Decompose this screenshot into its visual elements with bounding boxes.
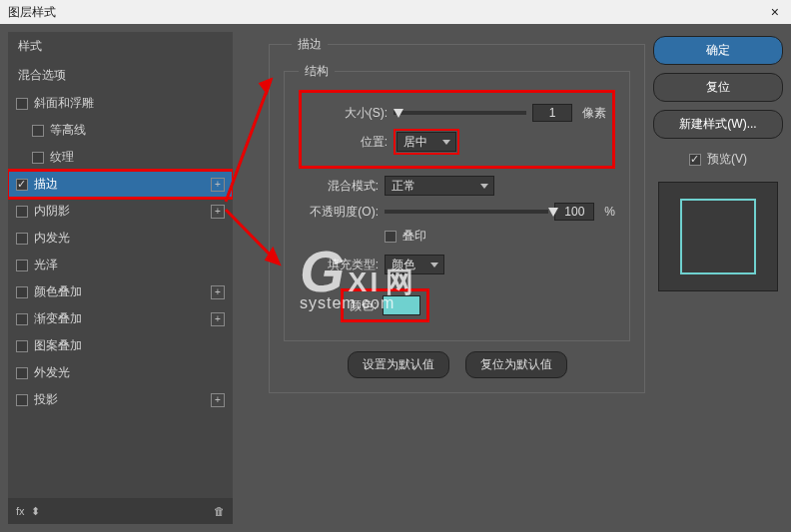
style-label: 等高线	[50, 122, 86, 139]
fill-type-select[interactable]: 颜色	[385, 255, 444, 274]
style-label: 颜色叠加	[34, 283, 82, 300]
highlight-structure: 大小(S): 像素 位置: 居中	[299, 90, 615, 169]
style-label: 图案叠加	[34, 337, 82, 354]
add-icon[interactable]: +	[211, 393, 225, 407]
chevron-up-down-icon[interactable]: ⬍	[31, 505, 40, 518]
style-texture[interactable]: 纹理	[8, 144, 233, 171]
opacity-slider[interactable]	[385, 210, 548, 214]
cancel-button[interactable]: 复位	[653, 73, 783, 102]
add-icon[interactable]: +	[211, 285, 225, 299]
fx-icon[interactable]: fx	[16, 505, 25, 517]
checkbox-icon[interactable]	[16, 313, 28, 325]
default-buttons: 设置为默认值 复位为默认值	[284, 351, 630, 378]
style-label: 纹理	[50, 149, 74, 166]
style-satin[interactable]: 光泽	[8, 252, 233, 278]
add-icon[interactable]: +	[211, 312, 225, 326]
checkbox-icon[interactable]	[16, 367, 28, 379]
checkbox-icon[interactable]	[16, 286, 28, 298]
right-panel: 确定 复位 新建样式(W)... 预览(V)	[653, 32, 783, 524]
stroke-group: 描边 结构 大小(S): 像素 位置: 居中 混合模式	[269, 36, 645, 393]
style-bevel[interactable]: 斜面和浮雕	[8, 90, 233, 117]
style-list-panel: 样式 混合选项 斜面和浮雕 等高线 纹理 描边 + 内阴影 + 内发光	[8, 32, 233, 524]
opacity-label: 不透明度(O):	[299, 204, 379, 221]
fill-type-label: 填充类型:	[299, 257, 379, 273]
window-title: 图层样式	[8, 4, 56, 21]
style-drop-shadow[interactable]: 投影 +	[8, 386, 233, 413]
main: 样式 混合选项 斜面和浮雕 等高线 纹理 描边 + 内阴影 + 内发光	[0, 24, 791, 532]
style-label: 内阴影	[34, 203, 70, 220]
style-gradient-overlay[interactable]: 渐变叠加 +	[8, 305, 233, 332]
structure-title: 结构	[299, 63, 335, 80]
checkbox-icon[interactable]	[16, 179, 28, 191]
ok-button[interactable]: 确定	[653, 36, 783, 65]
svg-marker-1	[261, 80, 271, 92]
preview-toggle[interactable]: 预览(V)	[653, 151, 783, 168]
style-label: 外发光	[34, 364, 70, 381]
reset-default-button[interactable]: 复位为默认值	[465, 351, 567, 378]
size-label: 大小(S):	[308, 105, 388, 122]
style-pattern-overlay[interactable]: 图案叠加	[8, 332, 233, 359]
style-label: 光泽	[34, 257, 58, 273]
size-unit: 像素	[582, 105, 606, 122]
style-inner-shadow[interactable]: 内阴影 +	[8, 198, 233, 225]
style-inner-glow[interactable]: 内发光	[8, 225, 233, 252]
svg-line-0	[226, 80, 271, 202]
color-swatch[interactable]	[383, 295, 420, 315]
stroke-group-title: 描边	[292, 36, 328, 53]
style-label: 渐变叠加	[34, 310, 82, 327]
style-label: 内发光	[34, 230, 70, 247]
style-outer-glow[interactable]: 外发光	[8, 359, 233, 386]
checkbox-icon[interactable]	[16, 260, 28, 271]
style-label: 描边	[34, 176, 58, 193]
preview-label: 预览(V)	[707, 151, 747, 168]
checkbox-icon[interactable]	[16, 340, 28, 352]
overprint-label: 叠印	[402, 228, 426, 245]
color-label: 颜色:	[350, 297, 377, 314]
blend-options[interactable]: 混合选项	[8, 61, 233, 90]
trash-icon[interactable]: 🗑	[214, 505, 225, 517]
preview-box	[658, 182, 778, 291]
checkbox-icon[interactable]	[16, 98, 28, 110]
blend-mode-select[interactable]: 正常	[385, 176, 494, 196]
size-slider[interactable]	[394, 111, 526, 115]
checkbox-icon[interactable]	[689, 154, 701, 166]
close-icon[interactable]: ×	[767, 4, 783, 20]
style-label: 斜面和浮雕	[34, 95, 94, 112]
blend-mode-label: 混合模式:	[299, 178, 379, 195]
position-label: 位置:	[308, 134, 388, 151]
set-default-button[interactable]: 设置为默认值	[348, 351, 449, 378]
styles-header[interactable]: 样式	[8, 32, 233, 61]
style-color-overlay[interactable]: 颜色叠加 +	[8, 278, 233, 305]
new-style-button[interactable]: 新建样式(W)...	[653, 110, 783, 139]
checkbox-icon[interactable]	[16, 233, 28, 245]
size-input[interactable]	[532, 104, 572, 122]
preview-swatch	[680, 199, 756, 274]
titlebar: 图层样式 ×	[0, 0, 791, 24]
left-footer: fx ⬍ 🗑	[8, 498, 233, 524]
opacity-input[interactable]	[554, 203, 594, 221]
checkbox-icon[interactable]	[16, 394, 28, 406]
style-list: 样式 混合选项 斜面和浮雕 等高线 纹理 描边 + 内阴影 + 内发光	[8, 32, 233, 498]
style-stroke[interactable]: 描边 +	[8, 171, 233, 198]
style-label: 投影	[34, 391, 58, 408]
position-select[interactable]: 居中	[396, 132, 456, 152]
settings-panel: 描边 结构 大小(S): 像素 位置: 居中 混合模式	[241, 32, 645, 524]
overprint-checkbox[interactable]	[385, 231, 396, 243]
checkbox-icon[interactable]	[16, 206, 28, 218]
opacity-unit: %	[604, 205, 615, 219]
structure-group: 结构 大小(S): 像素 位置: 居中 混合模式: 正常	[284, 63, 630, 341]
checkbox-icon[interactable]	[32, 125, 44, 137]
checkbox-icon[interactable]	[32, 152, 44, 164]
style-contour[interactable]: 等高线	[8, 117, 233, 144]
